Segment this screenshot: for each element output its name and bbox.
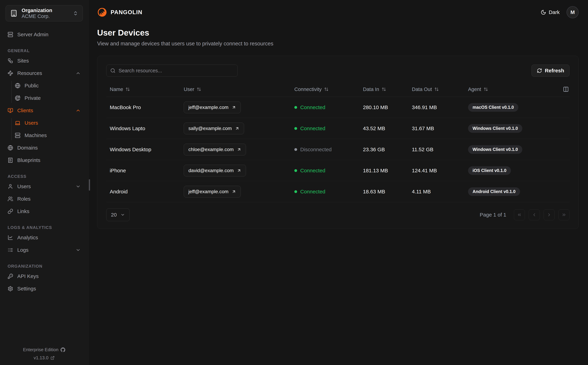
avatar[interactable]: M [566, 6, 579, 18]
sidebar-item-private[interactable]: Private [11, 92, 83, 104]
agent-badge: Windows Client v0.1.0 [468, 124, 522, 133]
page-title: User Devices [97, 28, 579, 37]
arrow-up-right-icon [237, 147, 241, 152]
page-subtitle: View and manage devices that users use t… [97, 41, 579, 47]
column-header-connectivity[interactable]: Connectivity [291, 86, 359, 92]
organization-texts: Organization ACME Corp. [22, 8, 69, 19]
sidebar-item-api-keys[interactable]: API Keys [6, 270, 83, 282]
cell-agent: Windows Client v0.1.0 [465, 145, 559, 154]
sidebar-item-resources[interactable]: Resources [6, 67, 83, 79]
status-badge: Disconnected [300, 147, 332, 153]
column-header-agent[interactable]: Agent [465, 86, 559, 92]
sidebar-scrollbar[interactable] [89, 179, 90, 191]
refresh-button[interactable]: Refresh [531, 64, 569, 77]
cell-name: iPhone [106, 168, 180, 174]
settings-icon [7, 286, 13, 291]
user-link-chip[interactable]: sally@example.com [184, 123, 244, 134]
cell-agent: iOS Client v0.1.0 [465, 166, 559, 175]
column-header-name[interactable]: Name [106, 86, 180, 92]
user-link-chip[interactable]: david@example.com [184, 165, 246, 176]
pagination: 20 Page 1 of 1 [106, 208, 569, 221]
user-link-chip[interactable]: chloe@example.com [184, 144, 246, 155]
sidebar-item-label: Resources [17, 70, 71, 76]
logs-icon [7, 247, 13, 253]
sidebar-item-machines[interactable]: Machines [11, 129, 83, 141]
arrow-up-right-icon [237, 168, 241, 173]
table-row[interactable]: Windows Desktopchloe@example.comDisconne… [106, 139, 569, 160]
status-badge: Connected [300, 105, 325, 110]
cell-agent: Android Client v0.1.0 [465, 187, 559, 196]
table-row[interactable]: Windows Laptosally@example.comConnected4… [106, 118, 569, 139]
sidebar-item-sites[interactable]: Sites [6, 55, 83, 67]
cell-name: Android [106, 189, 180, 195]
sidebar-item-analytics[interactable]: Analytics [6, 231, 83, 244]
sidebar-item-users[interactable]: Users [6, 180, 83, 193]
sidebar: Organization ACME Corp. Server AdminGENE… [0, 0, 88, 365]
arrow-up-right-icon [232, 190, 236, 194]
page-size-select[interactable]: 20 [106, 208, 130, 221]
prev-page-button[interactable] [529, 209, 540, 220]
server-icon [7, 32, 13, 37]
organization-value: ACME Corp. [22, 14, 69, 19]
table-row[interactable]: Androidjeff@example.comConnected18.63 MB… [106, 181, 569, 202]
theme-toggle[interactable]: Dark [541, 9, 560, 15]
last-page-button[interactable] [559, 209, 569, 220]
sidebar-item-links[interactable]: Links [6, 205, 83, 218]
organization-selector[interactable]: Organization ACME Corp. [6, 5, 83, 21]
section-label-access: ACCESS [7, 174, 81, 179]
sidebar-item-blueprints[interactable]: Blueprints [6, 154, 83, 166]
chevrons-up-down-icon [73, 11, 78, 16]
next-page-button[interactable] [544, 209, 555, 220]
section-label-logs-analytics: LOGS & ANALYTICS [7, 225, 81, 230]
status-dot [294, 169, 297, 172]
sidebar-item-roles[interactable]: Roles [6, 193, 83, 205]
sidebar-item-server-admin[interactable]: Server Admin [6, 28, 83, 41]
status-badge: Connected [300, 189, 325, 195]
sidebar-item-clients[interactable]: Clients [6, 104, 83, 117]
chart-icon [7, 235, 13, 240]
sidebar-item-logs[interactable]: Logs [6, 244, 83, 256]
chevron-left-icon [532, 212, 537, 217]
column-header-user[interactable]: User [180, 86, 291, 92]
cell-connectivity: Connected [291, 126, 359, 131]
sidebar-nav: Server AdminGENERALSitesResourcesPublicP… [6, 28, 83, 295]
column-label: Name [110, 86, 123, 92]
card-toolbar: Refresh [106, 64, 569, 77]
sort-icon [125, 87, 130, 91]
search-box [106, 64, 238, 77]
cell-data-in: 18.63 MB [359, 189, 409, 195]
column-label: User [184, 86, 194, 92]
agent-badge: Windows Client v0.1.0 [468, 145, 522, 154]
app-root: Organization ACME Corp. Server AdminGENE… [0, 0, 588, 365]
first-page-button[interactable] [514, 209, 525, 220]
cell-connectivity: Connected [291, 168, 359, 174]
search-input[interactable] [119, 68, 234, 74]
status-dot [294, 148, 297, 151]
sidebar-item-label: Clients [17, 108, 71, 113]
sidebar-item-users[interactable]: Users [11, 117, 83, 129]
cell-user: chloe@example.com [180, 144, 291, 155]
column-header-data-in[interactable]: Data In [359, 86, 409, 92]
column-settings-button[interactable] [559, 86, 569, 92]
cell-data-out: 4.11 MB [409, 189, 465, 195]
sidebar-item-domains[interactable]: Domains [6, 141, 83, 154]
edition-link[interactable]: Enterprise Edition [23, 347, 65, 352]
sort-icon [324, 87, 329, 91]
user-link-chip[interactable]: jeff@example.com [184, 186, 241, 197]
building-icon [10, 10, 17, 17]
column-header-data-out[interactable]: Data Out [409, 86, 465, 92]
main-content: PANGOLIN Dark M User Devices View and ma… [88, 0, 588, 365]
table-row[interactable]: MacBook Projeff@example.comConnected280.… [106, 97, 569, 118]
user-link-chip[interactable]: jeff@example.com [184, 102, 241, 113]
table-row[interactable]: iPhonedavid@example.comConnected181.13 M… [106, 160, 569, 181]
user-email: david@example.com [188, 168, 234, 173]
version-link[interactable]: v1.13.0 [34, 355, 55, 360]
pagination-controls: Page 1 of 1 [480, 209, 569, 220]
sidebar-item-settings[interactable]: Settings [6, 282, 83, 295]
cell-connectivity: Disconnected [291, 147, 359, 153]
sidebar-item-label: Public [25, 83, 81, 89]
column-label: Data Out [412, 86, 432, 92]
page-label: Page 1 of 1 [480, 212, 506, 218]
app-logo[interactable]: PANGOLIN [97, 7, 143, 17]
sidebar-item-public[interactable]: Public [11, 79, 83, 92]
